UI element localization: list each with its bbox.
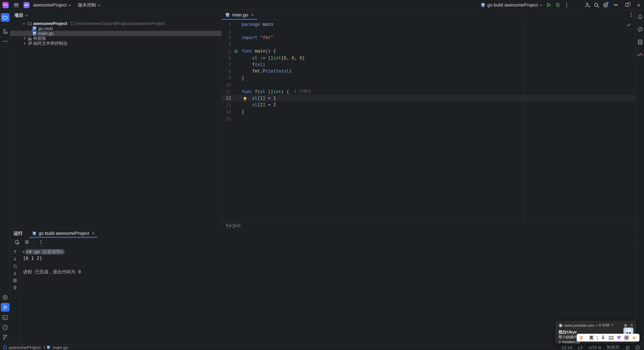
- code-line-9[interactable]: 9}: [222, 75, 635, 81]
- more-tool-windows-button[interactable]: [1, 37, 9, 45]
- ime-mic-icon[interactable]: [601, 336, 606, 340]
- tree-expand-icon[interactable]: [22, 42, 26, 44]
- code-line-10[interactable]: 10: [222, 81, 635, 88]
- tree-item-label: 临时文件和控制台: [33, 41, 68, 46]
- project-avatar[interactable]: AP: [24, 2, 30, 8]
- ime-keyboard-icon[interactable]: [608, 336, 614, 340]
- search-everywhere-button[interactable]: [592, 1, 600, 9]
- notification-settings-icon[interactable]: [623, 323, 627, 327]
- ime-language-mode[interactable]: 英: [589, 335, 593, 341]
- editor-tab-label: main.go: [232, 12, 248, 17]
- code-line-11[interactable]: 11func f(sl []int) {1 个用法: [222, 88, 635, 95]
- code-line-6[interactable]: 6 sl := []int{6, 6, 6}: [222, 55, 635, 61]
- ime-skin-icon[interactable]: [616, 336, 621, 340]
- run-config-selector[interactable]: go build awesomeProject: [478, 1, 544, 9]
- window-close-button[interactable]: ×: [633, 0, 644, 9]
- code-line-1[interactable]: 1package main: [222, 21, 635, 28]
- status-item[interactable]: UTF-8: [589, 345, 601, 350]
- scroll-to-end-icon[interactable]: [12, 271, 18, 276]
- status-item[interactable]: 制表符: [607, 345, 620, 350]
- run-more-menu[interactable]: [563, 1, 571, 9]
- inspections-widget-icon[interactable]: [636, 345, 640, 350]
- scroll-down-icon[interactable]: [12, 256, 18, 261]
- project-panel-header[interactable]: 项目: [10, 10, 221, 20]
- notifications-button[interactable]: [636, 12, 644, 20]
- code-line-4[interactable]: 4: [222, 41, 635, 48]
- run-panel-more-menu[interactable]: [37, 238, 45, 246]
- tree-item-go.mod[interactable]: go.mod: [10, 26, 221, 31]
- code-line-14[interactable]: 14}: [222, 108, 635, 115]
- status-item[interactable]: 12:14: [562, 345, 572, 350]
- intention-bulb-icon[interactable]: [243, 96, 247, 101]
- code-line-15[interactable]: 15: [222, 115, 635, 122]
- code-line-7[interactable]: 7 f(sl): [222, 61, 635, 68]
- problems-icon: [2, 324, 8, 330]
- vcs-widget[interactable]: 版本控制: [76, 1, 102, 9]
- code-line-8[interactable]: 8 fmt.Println(sl): [222, 68, 635, 75]
- tree-item--[interactable]: 临时文件和控制台: [10, 41, 221, 46]
- code-line-13[interactable]: 13 sl[2] = 2: [222, 102, 635, 108]
- editor-options-menu[interactable]: [627, 11, 636, 19]
- tree-expand-icon[interactable]: [22, 23, 26, 24]
- editor-breadcrumb[interactable]: f(sl []int): [222, 222, 635, 228]
- tab-close-icon[interactable]: ×: [92, 231, 94, 236]
- command-line-chip[interactable]: <4 go 设置调用>: [25, 249, 64, 255]
- project-switcher[interactable]: awesomeProject: [31, 1, 72, 9]
- tree-expand-icon[interactable]: [22, 37, 26, 39]
- project-tool-button[interactable]: [1, 13, 9, 22]
- code-editor[interactable]: 1package main23import "fmt"45func main()…: [222, 20, 635, 222]
- folder-icon: [2, 15, 8, 20]
- editor-tab-main-go[interactable]: main.go ×: [222, 10, 257, 19]
- window-minimize-button[interactable]: [610, 0, 621, 9]
- rerun-button[interactable]: [13, 238, 21, 246]
- clear-console-icon[interactable]: [12, 285, 18, 290]
- notification-close-icon[interactable]: ×: [630, 323, 633, 328]
- window-restore-button[interactable]: [622, 0, 632, 9]
- status-breadcrumb-file[interactable]: main.go: [53, 345, 68, 350]
- services-tool-button[interactable]: [1, 293, 9, 301]
- database-tool-button[interactable]: [636, 38, 644, 46]
- settings-button[interactable]: [601, 1, 610, 9]
- code-with-me-button[interactable]: [583, 1, 592, 9]
- ime-toolbox-icon[interactable]: [624, 336, 628, 340]
- run-tool-button[interactable]: [1, 303, 9, 312]
- scroll-up-icon[interactable]: [12, 249, 18, 254]
- run-button[interactable]: [544, 1, 553, 9]
- run-gutter-icon[interactable]: [231, 49, 242, 53]
- readonly-lock-icon[interactable]: [626, 345, 630, 350]
- notification-source: www.youtube.com: [564, 323, 594, 327]
- print-icon[interactable]: [12, 278, 18, 283]
- web-tools-button[interactable]: </>: [636, 50, 644, 59]
- ime-emoji-icon[interactable]: [632, 335, 636, 340]
- chevron-up-icon[interactable]: [611, 324, 613, 327]
- code-line-2[interactable]: 2: [222, 28, 635, 34]
- structure-tool-button[interactable]: [1, 27, 9, 35]
- ime-punctuation-icon[interactable]: ’,: [596, 336, 598, 340]
- tab-close-icon[interactable]: ×: [251, 12, 254, 17]
- sogou-logo-icon[interactable]: S: [580, 335, 583, 340]
- console-output[interactable]: <4 go 设置调用>[6 1 2] 进程 已完成，退出代码为 0: [20, 247, 636, 344]
- debug-button[interactable]: [554, 1, 562, 9]
- code-line-12[interactable]: 12 sl[1] = 1: [222, 95, 635, 102]
- terminal-tool-button[interactable]: [1, 313, 9, 322]
- code-line-3[interactable]: 3import "fmt": [222, 34, 635, 41]
- soft-wrap-icon[interactable]: [12, 264, 18, 268]
- sogou-ime-bar[interactable]: S 英 ’,: [576, 334, 640, 342]
- status-breadcrumb-project[interactable]: awesomeProject: [8, 345, 40, 350]
- tree-item-awesomeProject[interactable]: awesomeProjectC:\Users\meowr\GolandProje…: [10, 21, 221, 26]
- code-line-5[interactable]: 5func main() {: [222, 48, 635, 54]
- problems-tool-button[interactable]: [1, 323, 9, 331]
- ai-assistant-button[interactable]: [636, 25, 644, 33]
- usages-inlay-hint[interactable]: 1 个用法: [294, 89, 311, 94]
- go-run-config-icon: [480, 2, 485, 7]
- git-tool-button[interactable]: [1, 333, 9, 341]
- tree-item--[interactable]: 外部库: [10, 36, 221, 41]
- tree-item-main.go[interactable]: main.go: [10, 31, 221, 36]
- status-item[interactable]: LF: [578, 345, 583, 350]
- main-menu-button[interactable]: [12, 1, 20, 9]
- chevron-right-icon: [42, 346, 45, 349]
- fold-expand-icon[interactable]: [22, 251, 24, 253]
- stop-button[interactable]: [23, 238, 31, 246]
- line-number: 11: [222, 89, 231, 94]
- run-tab[interactable]: go build awesomeProject ×: [29, 229, 98, 238]
